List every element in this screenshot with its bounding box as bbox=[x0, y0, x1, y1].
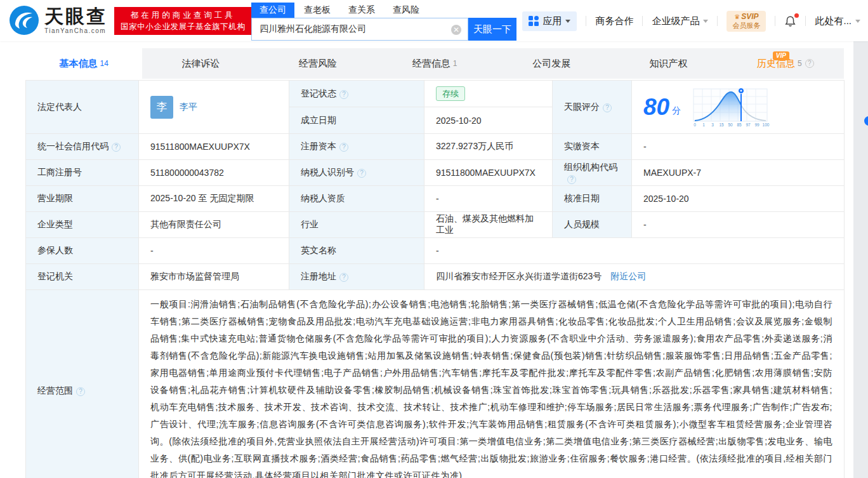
apps-label: 应用 bbox=[542, 15, 562, 27]
divider bbox=[775, 16, 775, 26]
reg-capital-label: 注册资本? bbox=[289, 134, 424, 160]
svip-member-button[interactable]: ♛SVIP 会员服务 bbox=[727, 11, 766, 32]
help-icon[interactable]: ? bbox=[76, 387, 85, 396]
crown-icon: ♛ bbox=[734, 13, 740, 20]
account-menu[interactable]: 此处有... bbox=[815, 15, 860, 27]
paid-capital-label: 实缴资本 bbox=[553, 134, 632, 160]
help-icon[interactable]: ? bbox=[357, 169, 366, 178]
main-content: 基本信息 14 法律诉讼 经营风险 经营信息 1 公司发展 知识产权 历史信息 … bbox=[25, 48, 844, 478]
tab-basic-info[interactable]: 基本信息 14 bbox=[25, 48, 142, 79]
search-input[interactable] bbox=[252, 18, 468, 40]
reg-address-label: 注册地址? bbox=[289, 264, 424, 290]
reg-status-cell: 存续 bbox=[424, 81, 553, 107]
biz-reg-no-label: 工商注册号 bbox=[26, 160, 139, 186]
tab-label: 基本信息 bbox=[59, 58, 97, 70]
tab-label: 经营信息 bbox=[412, 58, 450, 70]
svip-sub-label: 会员服务 bbox=[732, 22, 760, 30]
svg-text:3: 3 bbox=[711, 123, 714, 127]
est-date-label: 成立日期 bbox=[289, 107, 424, 134]
logo[interactable]: 天眼查 TianYanCha.com bbox=[9, 5, 107, 36]
reg-authority-label: 登记机关 bbox=[26, 264, 139, 290]
search-tab-company[interactable]: 查公司 bbox=[251, 3, 294, 18]
taxpayer-qual-label: 纳税人资质 bbox=[289, 186, 424, 212]
help-icon[interactable]: ? bbox=[112, 143, 121, 152]
biz-term-label: 营业期限 bbox=[26, 186, 139, 212]
tab-label: 法律诉讼 bbox=[181, 58, 220, 70]
avatar[interactable]: 李 bbox=[150, 96, 173, 119]
notifications-button[interactable] bbox=[784, 15, 796, 27]
help-icon[interactable]: ? bbox=[339, 90, 348, 99]
floating-side-button[interactable] bbox=[864, 116, 868, 126]
nearby-companies-link[interactable]: 附近公司 bbox=[610, 271, 646, 281]
brand-name: 天眼查 bbox=[44, 6, 107, 27]
approval-date-value: 2025-10-20 bbox=[632, 186, 845, 212]
industry-value: 石油、煤炭及其他燃料加工业 bbox=[424, 212, 553, 238]
english-name-value: - bbox=[424, 238, 845, 264]
help-icon[interactable]: ? bbox=[339, 273, 348, 282]
help-icon[interactable]: ? bbox=[603, 103, 612, 112]
tab-intellectual-property[interactable]: 知识产权 bbox=[610, 48, 727, 79]
apps-button[interactable]: 应用 bbox=[522, 11, 577, 31]
search-tabs: 查公司 查老板 查关系 查风险 bbox=[251, 1, 516, 18]
section-tabbar: 基本信息 14 法律诉讼 经营风险 经营信息 1 公司发展 知识产权 历史信息 … bbox=[25, 48, 844, 79]
search-button[interactable]: 天眼一下 bbox=[468, 18, 516, 41]
help-icon[interactable]: ? bbox=[805, 59, 814, 68]
tab-operation-risk[interactable]: 经营风险 bbox=[260, 48, 376, 79]
search-area: 查公司 查老板 查关系 查风险 ✕ 天眼一下 bbox=[251, 1, 516, 41]
svg-text:100: 100 bbox=[763, 123, 770, 127]
divider bbox=[805, 16, 806, 26]
nav-enterprise-products[interactable]: 企业级产品 bbox=[652, 15, 708, 27]
tab-company-development[interactable]: 公司发展 bbox=[493, 48, 610, 79]
est-date-value: 2025-10-20 bbox=[424, 107, 553, 134]
tab-count: 14 bbox=[100, 59, 108, 68]
help-icon[interactable]: ? bbox=[339, 143, 348, 152]
legal-rep-link[interactable]: 李平 bbox=[180, 102, 197, 113]
reg-address-cell: 四川省雅安市经开区永兴街道学道街623号 附近公司 bbox=[424, 264, 845, 290]
svg-text:99: 99 bbox=[755, 123, 760, 127]
chevron-down-icon bbox=[855, 20, 860, 23]
slogan-badge: 都在用的商业查询工具 国家中小企业发展子基金旗下机构 bbox=[114, 7, 252, 35]
score-value: 80 bbox=[643, 95, 669, 119]
score-chart[interactable]: 0 1 3 15 50 85 97 99 100 bbox=[690, 86, 771, 128]
org-code-value: MAEXUUPX-7 bbox=[632, 160, 845, 186]
tab-legal-litigation[interactable]: 法律诉讼 bbox=[142, 48, 259, 79]
chevron-down-icon bbox=[703, 20, 708, 23]
tab-history-info[interactable]: 历史信息 5 ? VIP bbox=[727, 48, 844, 79]
search-tab-risk[interactable]: 查风险 bbox=[393, 3, 419, 18]
company-type-label: 企业类型 bbox=[26, 212, 139, 238]
legal-rep-cell: 李 李平 bbox=[139, 81, 289, 134]
divider bbox=[642, 16, 643, 26]
help-icon[interactable]: ? bbox=[567, 175, 576, 184]
reg-address-value: 四川省雅安市经开区永兴街道学道街623号 bbox=[436, 271, 602, 281]
search-tab-boss[interactable]: 查老板 bbox=[304, 3, 331, 18]
nav-business-cooperation[interactable]: 商务合作 bbox=[595, 15, 633, 27]
taxpayer-qual-value: - bbox=[424, 186, 553, 212]
notification-dot-badge bbox=[794, 13, 799, 18]
staff-size-label: 人员规模 bbox=[553, 212, 632, 238]
taxpayer-id-value: 91511800MAEXUUPX7X bbox=[424, 160, 553, 186]
credit-code-value: 91511800MAEXUUPX7X bbox=[139, 134, 289, 160]
business-scope-text: 一般项目:润滑油销售;石油制品销售(不含危险化学品);办公设备销售;电池销售;轮… bbox=[139, 290, 845, 478]
vip-badge: VIP bbox=[773, 51, 789, 60]
score-unit: 分 bbox=[672, 105, 681, 117]
tab-label: 经营风险 bbox=[299, 58, 337, 70]
search-row: ✕ 天眼一下 bbox=[251, 18, 516, 41]
search-tab-relation[interactable]: 查关系 bbox=[348, 3, 375, 18]
clear-search-icon[interactable]: ✕ bbox=[451, 25, 461, 35]
apps-grid-icon bbox=[529, 16, 539, 26]
slogan-line-2: 国家中小企业发展子基金旗下机构 bbox=[121, 21, 246, 32]
staff-size-value: - bbox=[632, 212, 845, 238]
account-label: 此处有... bbox=[815, 15, 852, 27]
reg-authority-value: 雅安市市场监督管理局 bbox=[139, 264, 289, 290]
taxpayer-id-label: 纳税人识别号? bbox=[289, 160, 424, 186]
paid-capital-value: - bbox=[632, 134, 845, 160]
english-name-label: 英文名称 bbox=[289, 238, 424, 264]
legal-rep-label: 法定代表人 bbox=[26, 81, 139, 134]
search-input-wrap: ✕ bbox=[251, 18, 468, 41]
score-cell: 80 分 bbox=[632, 81, 845, 134]
tab-business-info[interactable]: 经营信息 1 bbox=[376, 48, 493, 79]
svg-text:15: 15 bbox=[720, 123, 725, 127]
chevron-down-icon bbox=[565, 20, 570, 23]
tab-count: 1 bbox=[453, 59, 457, 68]
divider bbox=[586, 16, 586, 26]
